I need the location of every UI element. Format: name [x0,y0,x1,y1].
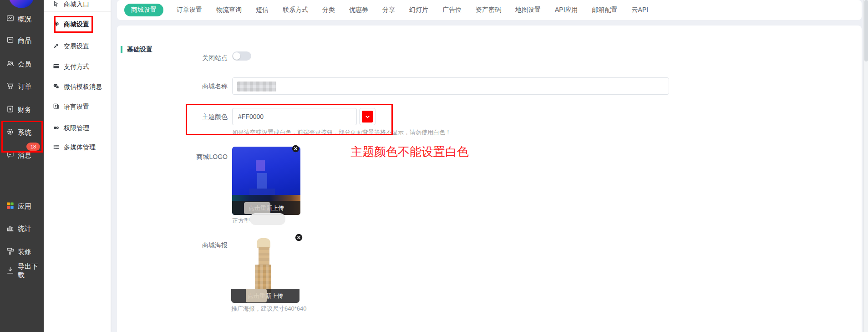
sidebar-item-finance[interactable]: 财务 [0,102,44,117]
sidebar-item-label: 订单 [18,82,31,91]
gear-icon [53,20,60,29]
pixel-block [256,160,265,171]
pixel-block [257,173,267,189]
submenu-item-permissions[interactable]: 权限管理 [44,122,111,135]
upload-bar-label: 点击重新上传 [248,292,283,300]
sidebar-item-decorate[interactable]: 装修 [0,244,44,260]
close-site-toggle[interactable] [232,51,251,61]
scrollbar-thumb[interactable] [864,0,868,61]
mall-poster-label: 商城海报 [173,240,228,250]
sidebar-item-orders[interactable]: 订单 [0,79,44,94]
submenu-item-multimedia[interactable]: 多媒体管理 [44,141,111,154]
sidebar-item-system[interactable]: 系统 [0,125,44,140]
toggle-key-icon [53,124,60,133]
pixel-block [259,247,269,266]
chat-icon [6,150,15,160]
sidebar-item-members[interactable]: 会员 [0,56,44,72]
overview-icon [6,14,15,24]
divider [44,33,111,33]
tab-api-app[interactable]: API应用 [554,4,579,16]
mall-name-input[interactable] [232,77,669,95]
submenu-item-language-settings[interactable]: 语言设置 [44,100,111,114]
credit-card-icon [53,63,60,71]
gear-icon [6,128,15,138]
logo-upload[interactable]: 点击重新上传 [232,147,300,215]
logo-reupload-button[interactable]: 点击重新上传 [232,201,300,215]
sidebar-item-label: 系统 [18,128,31,137]
poster-upload[interactable]: 点击重新上传 [231,235,299,303]
section-title: 基础设置 [127,46,152,54]
mall-name-label: 商城名称 [173,82,228,91]
sidebar-item-label: 消息 [18,151,31,160]
download-icon [6,266,15,276]
system-badge: 18 [26,143,40,151]
tab-ad-slot[interactable]: 广告位 [442,4,462,16]
submenu-item-trade-settings[interactable]: 交易设置 [44,40,111,53]
chevron-down-icon [365,114,370,119]
submenu-item-label: 商城设置 [64,20,89,29]
sidebar-item-label: 导出下载 [18,262,44,280]
paint-roller-icon [6,247,15,257]
basic-settings-panel: 基础设置 关闭站点 商城名称 主题颜色 如果清空或设置成白色，前端登录按钮，部分… [117,26,862,332]
color-swatch [362,111,373,123]
remove-poster-icon[interactable] [295,234,303,241]
sidebar-item-apps[interactable]: 应用 [0,199,44,214]
arrows-icon [53,42,60,51]
submenu-item-mall-entrance[interactable]: 商城入口 [44,0,111,11]
tab-sms[interactable]: 短信 [255,4,269,16]
sidebar-item-label: 会员 [18,60,31,69]
submenu-item-payment-methods[interactable]: 支付方式 [44,60,111,74]
poster-reupload-button[interactable]: 点击重新上传 [231,289,299,303]
tab-slides[interactable]: 幻灯片 [408,4,429,16]
pointer-hand-icon [53,0,60,9]
tab-contact[interactable]: 联系方式 [282,4,309,16]
divider [44,11,111,12]
pixel-block [249,189,275,195]
secondary-sidebar: 商城入口 商城设置 交易设置 支付方式 微信模板消息 语言设置 权限管理 多媒体… [44,0,111,332]
poster-image: 点击重新上传 [231,235,299,303]
language-book-icon [53,103,60,111]
logo-image: 点击重新上传 [232,147,300,215]
cart-icon [6,82,15,92]
annotation-note-text: 主题颜色不能设置白色 [350,144,469,160]
app-logo [9,0,34,8]
submenu-item-label: 微信模板消息 [64,83,102,91]
tab-cloud-api[interactable]: 云API [631,4,650,16]
sidebar-item-label: 应用 [18,202,31,211]
sidebar-item-label: 商品 [18,36,31,45]
theme-color-hint: 如果清空或设置成白色，前端登录按钮，部分页面背景等将不显示，请勿使用白色！ [232,128,451,137]
logo-caption: 正方型 [232,217,250,225]
poster-caption: 推广海报，建议尺寸640*640 [231,305,306,313]
tab-mall-settings[interactable]: 商城设置 [124,4,163,16]
sidebar-item-stats[interactable]: 统计 [0,221,44,236]
sidebar-item-label: 装修 [18,248,31,256]
tab-share[interactable]: 分享 [381,4,396,16]
members-icon [6,59,15,69]
theme-color-input[interactable] [232,108,357,125]
close-site-label: 关闭站点 [173,53,228,62]
section-accent-bar [121,46,122,53]
sidebar-item-label: 概况 [18,15,31,24]
sidebar-item-export-download[interactable]: 导出下载 [0,263,44,279]
color-picker-button[interactable] [359,108,376,125]
submenu-item-label: 支付方式 [64,63,89,71]
submenu-item-label: 权限管理 [64,124,89,133]
tab-logistics-query[interactable]: 物流查询 [215,4,243,16]
tab-order-settings[interactable]: 订单设置 [176,4,203,16]
tab-map-settings[interactable]: 地图设置 [514,4,542,16]
submenu-item-wechat-template[interactable]: 微信模板消息 [44,80,111,94]
tab-coupon[interactable]: 优惠券 [348,4,369,16]
pixel-block [257,238,270,248]
sidebar-item-overview[interactable]: 概况 [0,11,44,27]
tab-mail-config[interactable]: 邮箱配置 [591,4,619,16]
tab-asset-password[interactable]: 资产密码 [475,4,502,16]
chat-bubbles-icon [53,83,60,91]
remove-logo-icon[interactable] [292,145,299,153]
submenu-item-label: 语言设置 [64,103,89,111]
primary-sidebar: 概况 商品 会员 订单 财务 系统 消息 应用 统计 装修 导出下载 [0,0,44,332]
tab-category[interactable]: 分类 [321,4,336,16]
list-icon [53,143,60,152]
page-scrollbar[interactable] [863,0,868,332]
submenu-item-mall-settings[interactable]: 商城设置 [44,18,111,31]
sidebar-item-goods[interactable]: 商品 [0,33,44,48]
